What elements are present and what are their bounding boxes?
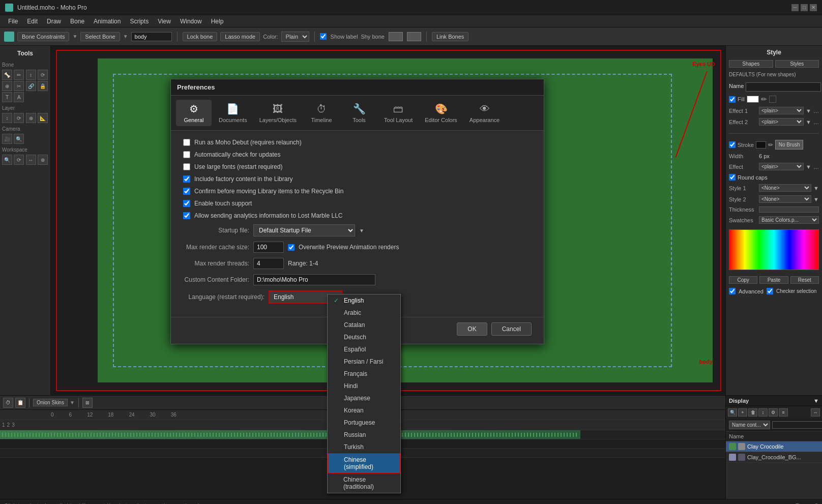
lang-option-espanol[interactable]: Español xyxy=(328,343,400,355)
lasso-mode-btn[interactable]: Lasso mode xyxy=(220,32,260,41)
timeline-view-1[interactable]: ⊞ xyxy=(82,398,93,408)
lang-option-chinese-traditional[interactable]: Chinese (traditional) xyxy=(328,473,400,493)
lang-option-farsi[interactable]: Persian / Farsi xyxy=(328,355,400,368)
link-bones-btn[interactable]: Link Bones xyxy=(432,32,468,41)
tab-editor-colors[interactable]: 🎨 Editor Colors xyxy=(420,100,462,126)
layers-icon-6[interactable]: ≡ xyxy=(779,408,788,417)
lang-option-turkish[interactable]: Turkish xyxy=(328,441,400,453)
shapes-btn[interactable]: Shapes xyxy=(729,60,773,68)
overwrite-preview-checkbox[interactable] xyxy=(288,244,295,251)
effect1-more[interactable]: ▼ xyxy=(806,108,811,114)
layers-right-icon-1[interactable]: ↔ xyxy=(811,408,820,417)
layer-tool-2[interactable]: ⟳ xyxy=(14,113,24,123)
lang-option-english[interactable]: ✓ English xyxy=(328,294,400,307)
layers-filter-input[interactable] xyxy=(772,421,822,429)
camera-tool-2[interactable]: 🔍 xyxy=(14,134,24,144)
menu-window[interactable]: Window xyxy=(176,17,206,26)
display-dropdown-icon[interactable]: ▼ xyxy=(813,398,819,404)
lang-option-arabic[interactable]: Arabic xyxy=(328,307,400,319)
menu-view[interactable]: View xyxy=(154,17,175,26)
tool-btn-7[interactable]: 🔗 xyxy=(26,81,36,91)
layers-filter-select[interactable]: Name cont... xyxy=(729,421,770,429)
render-threads-input[interactable] xyxy=(253,258,284,269)
checker-checkbox[interactable] xyxy=(767,288,773,294)
stroke-effect-btn[interactable]: … xyxy=(813,164,819,170)
stroke-effect-select[interactable]: <plain> xyxy=(759,163,804,170)
fill-checkbox[interactable] xyxy=(729,96,736,103)
layer-tool-1[interactable]: ↕ xyxy=(2,113,12,123)
title-bar-controls[interactable]: ─ □ ✕ xyxy=(791,4,817,11)
debut-checkbox[interactable] xyxy=(183,139,190,146)
tool-btn-6[interactable]: ✂ xyxy=(14,81,24,91)
fill-swatch[interactable] xyxy=(747,96,759,103)
workspace-tool-3[interactable]: ↔ xyxy=(26,155,36,165)
factory-checkbox[interactable] xyxy=(183,175,190,183)
menu-draw[interactable]: Draw xyxy=(43,17,65,26)
camera-tool-1[interactable]: 🎥 xyxy=(2,134,12,144)
stroke-swatch[interactable] xyxy=(756,141,766,149)
render-cache-input[interactable] xyxy=(253,242,284,253)
lang-option-russian[interactable]: Russian xyxy=(328,429,400,441)
layers-icon-2[interactable]: + xyxy=(738,408,747,417)
updates-checkbox[interactable] xyxy=(183,151,190,158)
timeline-btn-2[interactable]: 📋 xyxy=(15,398,25,408)
copy-btn[interactable]: Copy xyxy=(729,276,757,284)
style1-more[interactable]: ▼ xyxy=(813,185,819,191)
tool-btn-1[interactable]: 🦴 xyxy=(2,70,12,80)
effect1-select[interactable]: <plain> xyxy=(759,107,804,114)
lang-option-catalan[interactable]: Catalan xyxy=(328,319,400,331)
layer-row-clay-bg[interactable]: Clay_Crocodile_BG... xyxy=(726,452,822,463)
no-brush-btn[interactable]: No Brush xyxy=(775,140,804,150)
touch-checkbox[interactable] xyxy=(183,200,190,207)
tool-btn-8[interactable]: 🔒 xyxy=(38,81,48,91)
stroke-edit-icon[interactable]: ✏ xyxy=(768,141,773,149)
layers-icon-4[interactable]: ↕ xyxy=(758,408,768,417)
lang-option-deutsch[interactable]: Deutsch xyxy=(328,331,400,343)
tab-general[interactable]: ⚙ General xyxy=(176,100,212,126)
body-input[interactable] xyxy=(131,32,172,41)
tab-documents[interactable]: 📄 Documents xyxy=(214,100,252,126)
reset-btn[interactable]: Reset xyxy=(790,276,819,284)
shy-bone-btn1[interactable] xyxy=(389,32,403,41)
menu-help[interactable]: Help xyxy=(207,17,228,26)
menu-scripts[interactable]: Scripts xyxy=(126,17,153,26)
tool-btn-10[interactable]: A xyxy=(14,92,24,102)
select-bone-btn[interactable]: Select Bone xyxy=(80,32,120,41)
stroke-effect-more[interactable]: ▼ xyxy=(806,164,811,170)
menu-file[interactable]: File xyxy=(4,17,22,26)
style2-select[interactable]: <None> xyxy=(759,195,811,203)
workspace-tool-4[interactable]: ⊕ xyxy=(38,155,48,165)
layers-icon-1[interactable]: 🔍 xyxy=(728,408,737,417)
tab-layers-objects[interactable]: 🖼 Layers/Objects xyxy=(254,100,302,126)
lang-option-japanese[interactable]: Japanese xyxy=(328,392,400,404)
recycle-checkbox[interactable] xyxy=(183,188,190,195)
fill-edit-icon[interactable]: ✏ xyxy=(761,95,767,103)
style1-select[interactable]: <None> xyxy=(759,184,811,192)
menu-bone[interactable]: Bone xyxy=(66,17,89,26)
styles-btn[interactable]: Styles xyxy=(775,60,819,68)
tool-btn-5[interactable]: ⊕ xyxy=(2,81,12,91)
show-label-checkbox[interactable] xyxy=(320,33,327,40)
minimize-button[interactable]: ─ xyxy=(791,4,799,11)
fill-extra[interactable] xyxy=(769,96,776,103)
lang-option-francais[interactable]: Français xyxy=(328,368,400,380)
close-button[interactable]: ✕ xyxy=(810,4,817,11)
lang-option-portuguese[interactable]: Portuguese xyxy=(328,417,400,429)
style2-more[interactable]: ▼ xyxy=(813,196,819,202)
effect2-select[interactable]: <plain> xyxy=(759,118,804,126)
lang-option-chinese-simplified[interactable]: Chinese (simplified) xyxy=(328,453,400,473)
timeline-icon-btn[interactable]: ⏱ xyxy=(3,398,13,408)
lang-option-korean[interactable]: Korean xyxy=(328,404,400,417)
tool-btn-2[interactable]: ✏ xyxy=(14,70,24,80)
lock-bone-btn[interactable]: Lock bone xyxy=(183,32,218,41)
ok-button[interactable]: OK xyxy=(457,322,487,336)
layers-icon-3[interactable]: 🗑 xyxy=(748,408,757,417)
maximize-button[interactable]: □ xyxy=(801,4,808,11)
tab-tools[interactable]: 🔧 Tools xyxy=(341,100,377,126)
color-select[interactable]: Plain xyxy=(281,32,309,42)
menu-edit[interactable]: Edit xyxy=(23,17,42,26)
tool-btn-3[interactable]: ↕ xyxy=(26,70,36,80)
tab-timeline[interactable]: ⏱ Timeline xyxy=(304,100,339,126)
tool-btn-4[interactable]: ⟳ xyxy=(38,70,48,80)
workspace-tool-1[interactable]: 🔍 xyxy=(2,155,12,165)
